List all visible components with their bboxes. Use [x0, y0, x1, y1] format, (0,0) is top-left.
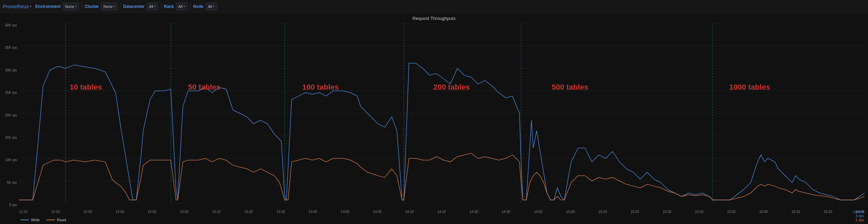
x-label-3: 12:40 [115, 210, 124, 214]
x-label-6: 13:10 [212, 210, 221, 214]
x-axis: 12:10 12:20 12:30 12:40 12:50 13:00 13:1… [19, 210, 865, 214]
x-label-12: 14:10 [405, 210, 414, 214]
x-label-16: 14:50 [534, 210, 543, 214]
chevron-icon-cluster: ▾ [114, 5, 115, 8]
separator4 [190, 3, 190, 10]
y-label-15k: 15K rps [0, 136, 19, 139]
x-label-0: 12:10 [19, 210, 28, 214]
x-label-8: 13:30 [276, 210, 285, 214]
chevron-icon-node: ▾ [213, 5, 215, 8]
filter-label-cluster: Cluster [85, 4, 99, 9]
x-label-22: 15:50 [727, 210, 736, 214]
chart-area: .grid-line { stroke: #2a2a2a; stroke-wid… [19, 23, 865, 203]
filter-select-cluster[interactable]: None ▾ [101, 2, 117, 11]
x-label-1: 12:20 [51, 210, 60, 214]
y-label-0: 0 rps [0, 203, 19, 207]
x-label-10: 13:50 [341, 210, 349, 214]
legend-write-line [21, 220, 29, 220]
filter-select-rack[interactable]: All ▾ [176, 2, 187, 11]
chevron-icon-environment: ▾ [75, 5, 76, 8]
chart-svg: .grid-line { stroke: #2a2a2a; stroke-wid… [19, 23, 865, 203]
x-label-13: 14:20 [437, 210, 446, 214]
filter-value-environment: None [65, 4, 74, 9]
separator [82, 3, 82, 10]
x-label-14: 14:30 [470, 210, 478, 214]
x-label-9: 13:40 [308, 210, 317, 214]
separator3 [161, 3, 161, 10]
app-title-text: Prometheus [3, 4, 29, 9]
current-value: current 3 rps 1 rps [853, 210, 864, 222]
app-title-arrow: ▾ [30, 5, 32, 8]
write-current-val: 3 rps [856, 214, 864, 218]
filter-select-datacenter[interactable]: All ▾ [147, 2, 158, 11]
legend-read: Read [46, 218, 66, 222]
current-label: current [853, 210, 864, 214]
x-label-19: 15:20 [630, 210, 639, 214]
read-current-val: 1 rps [856, 218, 864, 222]
y-label-35k: 35K rps [0, 46, 19, 49]
chevron-icon-datacenter: ▾ [154, 5, 156, 8]
top-bar: Prometheus ▾ Environment None ▾ Cluster … [0, 0, 868, 13]
x-label-2: 12:30 [83, 210, 92, 214]
filter-select-node[interactable]: All ▾ [206, 2, 217, 11]
x-label-23: 16:00 [759, 210, 768, 214]
chart-container: Request Throughputs 0 rps 5K rps 10K rps… [0, 13, 868, 224]
filter-value-cluster: None [103, 4, 112, 9]
legend-read-line [46, 220, 55, 220]
filter-label-rack: Rack [164, 4, 174, 9]
filter-label-environment: Environment [35, 4, 60, 9]
x-label-11: 14:00 [373, 210, 381, 214]
y-label-40k: 40K rps [0, 23, 19, 27]
app-title[interactable]: Prometheus ▾ [3, 4, 32, 9]
x-label-25: 16:20 [824, 210, 832, 214]
filter-value-datacenter: All [149, 4, 153, 9]
x-label-18: 15:10 [598, 210, 607, 214]
legend-write: Write [21, 218, 40, 222]
y-label-25k: 25K rps [0, 91, 19, 94]
y-label-5k: 5K rps [0, 181, 19, 184]
x-label-20: 15:30 [663, 210, 671, 214]
filter-value-node: All [208, 4, 212, 9]
filter-value-rack: All [178, 4, 182, 9]
y-axis: 0 rps 5K rps 10K rps 15K rps 20K rps 25K… [0, 23, 19, 207]
legend-write-label: Write [31, 218, 40, 222]
x-label-5: 13:00 [180, 210, 188, 214]
x-label-21: 15:40 [695, 210, 703, 214]
chart-title: Request Throughputs [412, 16, 456, 21]
y-label-30k: 30K rps [0, 68, 19, 72]
separator2 [120, 3, 121, 10]
legend: Write Read [21, 218, 66, 222]
x-label-4: 12:50 [148, 210, 156, 214]
x-label-15: 14:40 [502, 210, 510, 214]
y-label-20k: 20K rps [0, 113, 19, 117]
chevron-icon-rack: ▾ [184, 5, 185, 8]
legend-read-label: Read [57, 218, 66, 222]
filter-label-node: Node [193, 4, 203, 9]
x-label-7: 13:20 [244, 210, 253, 214]
filter-select-environment[interactable]: None ▾ [63, 2, 79, 11]
y-label-10k: 10K rps [0, 158, 19, 162]
filter-label-datacenter: Datacenter [123, 4, 145, 9]
x-label-24: 16:10 [792, 210, 800, 214]
x-label-17: 15:00 [566, 210, 575, 214]
